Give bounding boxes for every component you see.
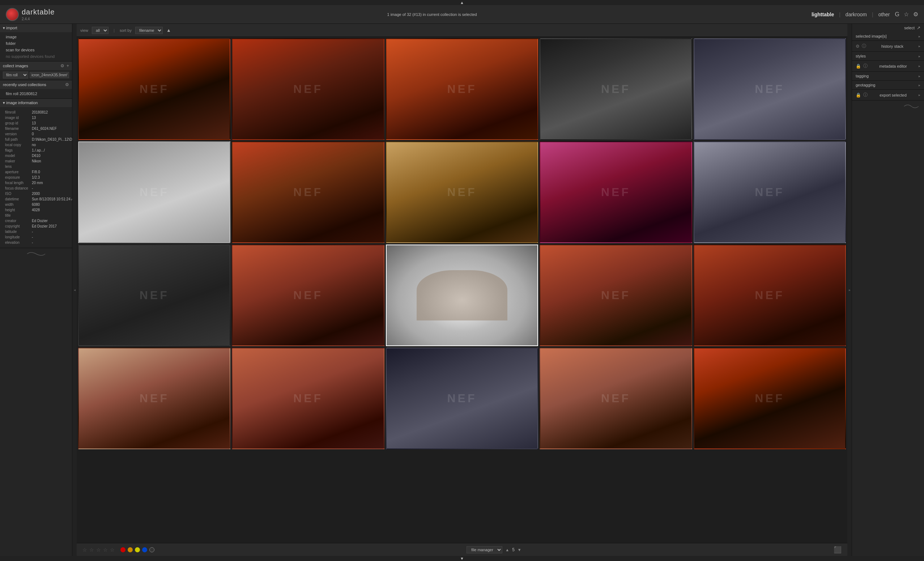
main-area: ▾ import image folder scan for devices n…	[0, 24, 924, 556]
collect-title[interactable]: collect images	[3, 64, 28, 68]
thumbnail-15[interactable]: NEF	[694, 244, 846, 346]
bottom-arrow-down[interactable]: ▼	[518, 548, 522, 552]
import-header[interactable]: ▾ import	[0, 24, 72, 32]
select-label: select	[904, 26, 915, 30]
thumbnail-3[interactable]: NEF	[386, 38, 538, 140]
thumbnail-9[interactable]: NEF	[540, 141, 692, 243]
thumbnail-19[interactable]: NEF	[540, 348, 692, 449]
history-stack-item[interactable]: ⚙ ⓘ history stack ▸	[852, 41, 924, 51]
info-maker-key: maker	[4, 159, 30, 164]
nav-other[interactable]: other	[876, 11, 892, 18]
export-info-icon[interactable]: ⓘ	[863, 92, 868, 98]
metadata-editor-item[interactable]: 🔒 ⓘ metadata editor ▸	[852, 61, 924, 71]
bottom-collapse[interactable]: ▼	[0, 556, 924, 561]
star-icon[interactable]: ☆	[904, 11, 909, 18]
collect-header: collect images ⚙ +	[0, 62, 72, 70]
center-area: view all | sort by filename ▲ NEFNEFNEFN…	[76, 24, 848, 556]
collect-filter-select[interactable]: film roll	[3, 72, 28, 78]
thumbnail-12[interactable]: NEF	[232, 244, 384, 346]
color-orange[interactable]	[128, 547, 133, 552]
recently-header[interactable]: recently used collections ⚙	[0, 80, 72, 89]
bottom-arrow-up[interactable]: ▲	[505, 548, 509, 552]
file-manager-select[interactable]: file manager	[466, 546, 502, 554]
history-info-icon[interactable]: ⓘ	[862, 43, 866, 49]
image-info-header[interactable]: ▾ image information	[0, 99, 72, 107]
select-expand-icon[interactable]: ↗	[917, 26, 920, 30]
styles-item[interactable]: styles ▸	[852, 52, 924, 60]
color-black[interactable]	[149, 547, 154, 552]
thumbnail-8[interactable]: NEF	[386, 141, 538, 243]
thumbnail-16[interactable]: NEF	[78, 348, 230, 449]
export-item[interactable]: 🔒 ⓘ export selected ▸	[852, 90, 924, 100]
info-creator-val: Ed Dozier	[30, 219, 72, 223]
thumbnail-14[interactable]: NEF	[540, 244, 692, 346]
geotagging-section: geotagging ▸	[852, 81, 924, 90]
collect-path-input[interactable]	[30, 72, 69, 78]
info-exposure-key: exposure	[4, 175, 30, 180]
thumbnail-4[interactable]: NEF	[540, 38, 692, 140]
info-table: filmroll 20180812 image id 13 group id 1…	[3, 109, 72, 246]
info-elevation-key: elevation	[4, 240, 30, 245]
thumbnail-7[interactable]: NEF	[232, 141, 384, 243]
info-height-val: 4028	[30, 208, 72, 212]
star-2[interactable]: ☆	[89, 547, 94, 553]
thumbnail-2[interactable]: NEF	[232, 38, 384, 140]
collapse-right-button[interactable]: ▸	[848, 24, 852, 556]
color-yellow[interactable]	[135, 547, 140, 552]
geotagging-item[interactable]: geotagging ▸	[852, 81, 924, 89]
thumbnail-20[interactable]: NEF	[694, 348, 846, 449]
nef-watermark-17: NEF	[293, 392, 323, 405]
metadata-editor-label: metadata editor	[879, 64, 907, 68]
nav-darkroom[interactable]: darkroom	[843, 11, 869, 18]
info-datetime-key: datetime	[4, 197, 30, 201]
info-title-key: title	[4, 213, 30, 218]
selected-images-item[interactable]: selected image[s] ▸	[852, 32, 924, 40]
recently-item-1[interactable]: film roll 20180812	[0, 90, 72, 97]
nef-watermark-15: NEF	[755, 289, 784, 302]
thumbnail-17[interactable]: NEF	[232, 348, 384, 449]
thumbnail-11[interactable]: NEF	[78, 244, 230, 346]
collapse-left-button[interactable]: ◂	[72, 24, 76, 556]
metadata-info-icon[interactable]: ⓘ	[863, 63, 868, 69]
top-center: 1 image of 32 (#13) in current collectio…	[55, 12, 809, 16]
import-content: image folder scan for devices no support…	[0, 32, 72, 61]
top-collapse[interactable]: ▲	[0, 0, 924, 5]
view-select[interactable]: all	[92, 27, 108, 34]
info-imageid-key: image id	[4, 116, 30, 120]
thumbnail-6[interactable]: NEF	[78, 141, 230, 243]
collect-add-icon[interactable]: +	[66, 63, 69, 68]
color-red[interactable]	[120, 547, 126, 552]
info-filename-val: D61_6024.NEF	[30, 126, 72, 131]
gear-icon[interactable]: ⚙	[913, 11, 918, 18]
monitor-icon[interactable]: ⬛	[834, 546, 842, 554]
history-icons: ⚙ ⓘ	[856, 43, 866, 49]
star-1[interactable]: ☆	[82, 547, 87, 553]
thumbnail-5[interactable]: NEF	[694, 38, 846, 140]
color-blue[interactable]	[142, 547, 147, 552]
import-image[interactable]: image	[0, 34, 72, 40]
toolbar-sep: |	[114, 28, 115, 33]
tagging-item[interactable]: tagging ▸	[852, 72, 924, 80]
thumbnail-10[interactable]: NEF	[694, 141, 846, 243]
history-settings-icon[interactable]: ⚙	[856, 44, 860, 49]
info-filmroll-row: filmroll 20180812	[4, 110, 72, 115]
grid-icon[interactable]: G	[895, 11, 899, 18]
info-latitude-val: -	[30, 230, 72, 234]
info-filmroll-val: 20180812	[30, 110, 72, 115]
sort-select[interactable]: filename	[135, 27, 163, 34]
sort-direction-button[interactable]: ▲	[166, 27, 171, 33]
star-3[interactable]: ☆	[96, 547, 101, 553]
thumbnail-13[interactable]	[386, 244, 538, 346]
import-scan[interactable]: scan for devices	[0, 46, 72, 53]
collect-settings-icon[interactable]: ⚙	[60, 63, 64, 68]
info-model-val: D610	[30, 153, 72, 158]
thumbnail-18[interactable]: NEF	[386, 348, 538, 449]
import-folder[interactable]: folder	[0, 40, 72, 46]
star-4[interactable]: ☆	[103, 547, 108, 553]
info-datetime-val: Sun 8/12/2018 10:51:24 AM	[30, 197, 72, 201]
nav-lighttable[interactable]: lighttable	[809, 11, 836, 18]
recently-settings-icon[interactable]: ⚙	[65, 82, 69, 87]
star-5[interactable]: ☆	[110, 547, 115, 553]
status-text: 1 image of 32 (#13) in current collectio…	[387, 12, 477, 16]
thumbnail-1[interactable]: NEF	[78, 38, 230, 140]
